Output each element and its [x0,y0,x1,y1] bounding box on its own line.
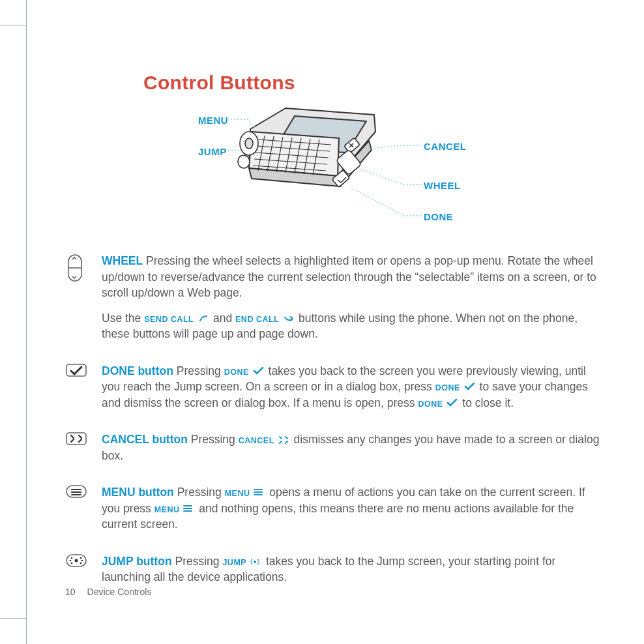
page-title: Control Buttons [143,72,600,94]
diagram-label-jump: JUMP [198,146,227,157]
crop-mark [0,618,26,619]
menu-p: MENU button Pressing MENU opens a menu o… [102,484,600,533]
diagram-label-done: DONE [424,211,453,222]
svg-point-53 [254,561,256,563]
page-footer: 10Device Controls [65,587,151,597]
svg-point-50 [80,562,82,564]
svg-point-47 [71,557,73,559]
device-diagram: MENU JUMP CANCEL WHEEL DONE [143,103,600,240]
svg-point-51 [70,559,72,561]
svg-point-49 [71,562,73,564]
svg-point-57 [257,563,259,564]
done-inline-icon [446,399,459,408]
jump-inline-icon [250,557,263,566]
cancel-icon [65,432,89,473]
phone-up-icon [197,314,210,323]
menu-inline-icon [183,505,196,514]
section-menu: MENU button Pressing MENU opens a menu o… [65,484,600,542]
section-done: DONE button Pressing DONE takes you back… [65,363,600,420]
wheel-p2: Use the SEND CALL and END CALL buttons w… [102,310,600,342]
sections: WHEEL Pressing the wheel selects a highl… [65,253,600,594]
cancel-p: CANCEL button Pressing CANCEL dismisses … [102,432,600,463]
svg-rect-26 [66,433,86,445]
jump-p: JUMP button Pressing JUMP takes you back… [102,553,600,585]
done-inline-icon [463,383,476,392]
device-illustration [235,103,404,233]
page-number: 10 [65,587,76,597]
svg-point-52 [81,559,83,561]
svg-point-56 [251,563,252,564]
crop-mark [26,0,27,644]
svg-line-34 [285,441,287,443]
svg-line-31 [280,437,282,439]
svg-point-18 [245,138,253,149]
svg-line-32 [285,437,287,439]
diagram-label-cancel: CANCEL [424,141,467,152]
page: Control Buttons [0,0,644,644]
section-wheel: WHEEL Pressing the wheel selects a highl… [65,253,600,351]
svg-point-46 [75,559,78,562]
svg-point-48 [80,557,82,559]
done-p: DONE button Pressing DONE takes you back… [102,363,600,411]
done-icon [65,363,89,420]
phone-down-icon [282,314,295,323]
content-area: Control Buttons [65,72,600,606]
svg-line-33 [280,441,282,443]
svg-rect-25 [66,364,86,376]
wheel-icon [65,253,89,351]
menu-icon [65,484,89,542]
crop-mark [0,25,26,25]
done-inline-icon [252,367,265,376]
menu-inline-icon [253,488,266,497]
svg-point-54 [251,559,252,561]
diagram-label-menu: MENU [198,115,228,126]
svg-point-59 [258,561,259,563]
svg-point-55 [257,559,259,561]
section-name: Device Controls [87,587,152,597]
wheel-p1: WHEEL Pressing the wheel selects a highl… [102,253,600,301]
diagram-label-wheel: WHEEL [424,180,461,191]
cancel-inline-icon [278,435,291,445]
svg-point-19 [238,155,250,168]
section-cancel: CANCEL button Pressing CANCEL dismisses … [65,432,600,473]
svg-point-58 [250,561,252,563]
